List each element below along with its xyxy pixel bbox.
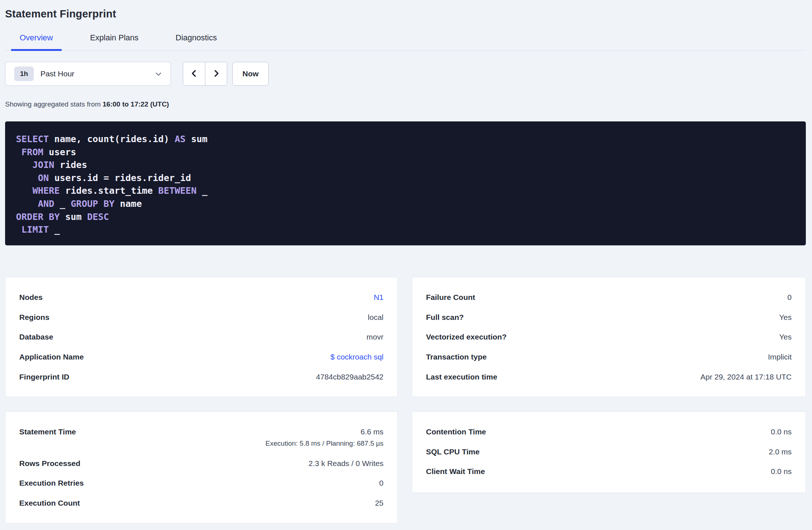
stat-subvalue: Execution: 5.8 ms / Planning: 687.5 µs (19, 439, 383, 450)
summary-cards: NodesN1RegionslocalDatabasemovrApplicati… (5, 277, 806, 523)
row-last-execution-time: Last execution timeApr 29, 2024 at 17:18… (426, 367, 792, 387)
sql-statement-box: SELECT name, count(rides.id) AS sum FROM… (5, 121, 806, 245)
stat-label: Rows Processed (19, 459, 80, 468)
sql-text: rides.start_time (60, 185, 158, 196)
stat-value-link[interactable]: N1 (374, 293, 383, 302)
stat-label: Database (19, 333, 53, 341)
chevron-down-icon (154, 70, 162, 78)
aggregated-stats-text: Showing aggregated stats from 16:00 to 1… (5, 100, 806, 108)
sql-keyword: JOIN (32, 160, 54, 170)
chevron-right-icon (212, 69, 221, 79)
row-contention-time: Contention Time0.0 ns (426, 422, 792, 442)
statement-details-card: NodesN1RegionslocalDatabasemovrApplicati… (5, 277, 398, 397)
aggregated-stats-prefix: Showing aggregated stats from (5, 100, 102, 108)
stat-value-link[interactable]: $ cockroach sql (330, 353, 383, 361)
statement-fingerprint-page: Statement Fingerprint OverviewExplain Pl… (0, 8, 812, 523)
sql-text: _ (54, 198, 71, 209)
sql-keyword: AS (175, 134, 186, 144)
stat-label: Full scan? (426, 313, 464, 322)
stat-label: Last execution time (426, 373, 497, 381)
sql-text: name (114, 198, 142, 209)
sql-text: sum (60, 212, 87, 222)
sql-text: _ (197, 185, 208, 196)
sql-line: FROM users (16, 146, 795, 159)
prev-range-button[interactable] (183, 62, 205, 85)
stat-value: 2.3 k Reads / 0 Writes (309, 459, 383, 468)
row-sql-cpu-time: SQL CPU Time2.0 ms (426, 442, 792, 462)
stat-value: 6.6 ms (361, 427, 383, 436)
now-button[interactable]: Now (232, 62, 269, 86)
sql-text: users.id = rides.rider_id (49, 173, 191, 183)
stat-value: Implicit (768, 353, 792, 361)
stat-value: movr (366, 333, 383, 341)
stat-label: Vectorized execution? (426, 333, 507, 341)
row-fingerprint-id: Fingerprint ID4784cb829aab2542 (19, 367, 383, 387)
time-range-picker[interactable]: 1h Past Hour (5, 62, 171, 86)
row-execution-count: Execution Count25 (19, 493, 383, 513)
sql-keyword: AND (38, 198, 54, 209)
sql-line: LIMIT _ (16, 223, 795, 236)
sql-text (16, 173, 38, 183)
time-range-nav (183, 62, 227, 86)
sql-text (16, 198, 38, 209)
sql-text: name, count(rides.id) (49, 134, 174, 144)
stat-value: 2.0 ms (769, 447, 792, 456)
sql-line: JOIN rides (16, 158, 795, 172)
sql-line: AND _ GROUP BY name (16, 197, 795, 210)
sql-text (16, 224, 21, 235)
stat-label: Execution Count (19, 499, 80, 507)
stat-value: 0.0 ns (771, 467, 792, 476)
stat-value: 0 (787, 293, 792, 302)
stat-label: Failure Count (426, 293, 475, 302)
row-client-wait-time: Client Wait Time0.0 ns (426, 462, 792, 482)
row-vectorized-execution: Vectorized execution?Yes (426, 327, 792, 347)
row-execution-retries: Execution Retries0 (19, 473, 383, 493)
statement-times-card: Statement Time6.6 msExecution: 5.8 ms / … (5, 411, 398, 523)
row-database: Databasemovr (19, 327, 383, 347)
sql-text: sum (186, 134, 208, 144)
stat-label: Application Name (19, 353, 84, 361)
row-transaction-type: Transaction typeImplicit (426, 347, 792, 367)
stat-value: 4784cb829aab2542 (316, 373, 383, 381)
stat-label: Client Wait Time (426, 467, 485, 476)
stat-value: local (368, 313, 383, 322)
sql-text (16, 185, 32, 196)
sql-line: SELECT name, count(rides.id) AS sum (16, 133, 795, 146)
next-range-button[interactable] (205, 62, 227, 85)
execution-attributes-card: Failure Count0Full scan?YesVectorized ex… (412, 277, 806, 397)
tab-diagnostics[interactable]: Diagnostics (167, 33, 226, 50)
sql-keyword: BETWEEN (158, 185, 196, 196)
sql-line: WHERE rides.start_time BETWEEN _ (16, 184, 795, 197)
sql-keyword: FROM (21, 147, 43, 157)
sql-text (16, 160, 32, 170)
sql-text: rides (54, 160, 87, 170)
wait-times-card: Contention Time0.0 nsSQL CPU Time2.0 msC… (412, 411, 806, 493)
sql-line: ORDER BY sum DESC (16, 210, 795, 224)
row-rows-processed: Rows Processed2.3 k Reads / 0 Writes (19, 454, 383, 474)
time-range-label: Past Hour (40, 69, 74, 78)
stat-value: Yes (779, 313, 792, 322)
tab-bar: OverviewExplain PlansDiagnostics (5, 33, 806, 51)
stat-label: SQL CPU Time (426, 447, 479, 456)
tab-overview[interactable]: Overview (11, 33, 62, 50)
sql-keyword: DESC (87, 212, 109, 222)
stat-label: Nodes (19, 293, 43, 302)
row-application-name: Application Name$ cockroach sql (19, 347, 383, 367)
stat-label: Contention Time (426, 427, 486, 436)
row-nodes: NodesN1 (19, 288, 383, 308)
stat-value: 25 (375, 499, 383, 507)
sql-keyword: GROUP BY (71, 198, 114, 209)
tab-explain-plans[interactable]: Explain Plans (81, 33, 147, 50)
sql-keyword: SELECT (16, 134, 49, 144)
sql-line: ON users.id = rides.rider_id (16, 172, 795, 185)
page-title: Statement Fingerprint (5, 8, 806, 20)
stat-label: Statement Time (19, 427, 76, 436)
row-statement-time: Statement Time6.6 ms (19, 422, 383, 442)
chevron-left-icon (189, 69, 199, 79)
stat-label: Fingerprint ID (19, 373, 69, 381)
sql-text (16, 147, 21, 157)
stat-label: Execution Retries (19, 479, 84, 487)
stat-value: Apr 29, 2024 at 17:18 UTC (700, 373, 792, 381)
sql-keyword: WHERE (32, 185, 60, 196)
stat-value: 0.0 ns (771, 427, 792, 436)
